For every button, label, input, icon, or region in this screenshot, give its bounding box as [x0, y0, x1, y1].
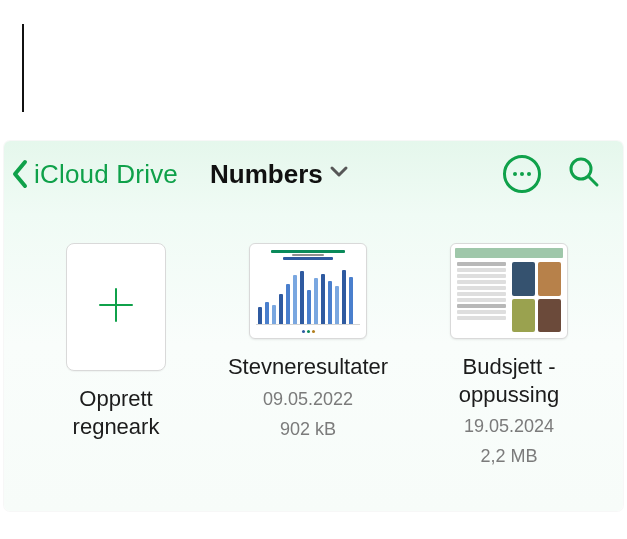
tile-label: Stevneresultater — [228, 353, 388, 381]
back-button[interactable]: iCloud Drive — [10, 158, 178, 190]
toolbar: iCloud Drive Numbers — [4, 141, 623, 207]
tile-size: 902 kB — [280, 417, 336, 441]
back-label: iCloud Drive — [34, 159, 178, 190]
file-tile-budsjett-oppussing[interactable]: Budsjett - oppussing 19.05.2024 2,2 MB — [450, 243, 568, 469]
create-spreadsheet-tile[interactable]: Opprett regneark — [66, 243, 166, 440]
chevron-down-icon — [329, 165, 349, 183]
folder-title: Numbers — [210, 159, 323, 190]
folder-title-dropdown[interactable]: Numbers — [210, 159, 349, 190]
file-grid: Opprett regneark — [4, 207, 623, 469]
plus-icon — [94, 283, 138, 331]
tile-date: 19.05.2024 — [464, 414, 554, 438]
file-thumbnail — [249, 243, 367, 339]
tile-size: 2,2 MB — [480, 444, 537, 468]
svg-line-1 — [589, 177, 597, 185]
chevron-left-icon — [10, 158, 32, 190]
tile-date: 09.05.2022 — [263, 387, 353, 411]
file-browser: iCloud Drive Numbers — [4, 141, 623, 511]
more-options-button[interactable] — [503, 155, 541, 193]
callout-line — [22, 24, 24, 112]
file-thumbnail — [450, 243, 568, 339]
tile-label: Budsjett - oppussing — [450, 353, 568, 408]
file-tile-stevneresultater[interactable]: Stevneresultater 09.05.2022 902 kB — [228, 243, 388, 441]
ellipsis-icon — [513, 172, 531, 176]
search-button[interactable] — [567, 155, 601, 193]
tile-label: Opprett regneark — [66, 385, 166, 440]
create-thumbnail — [66, 243, 166, 371]
search-icon — [567, 155, 601, 193]
